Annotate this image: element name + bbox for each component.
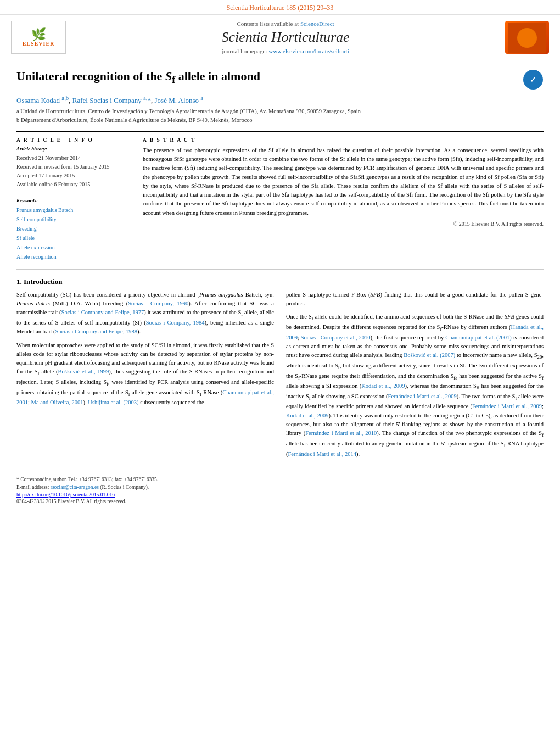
elsevier-icon: 🌿 — [31, 29, 46, 41]
journal-header-middle: Contents lists available at ScienceDirec… — [66, 20, 505, 54]
contents-available-line: Contents lists available at ScienceDirec… — [66, 20, 505, 27]
affiliation-1: a Unidad de Hortofruticultura, Centro de… — [16, 107, 544, 116]
available-date: Available online 6 February 2015 — [16, 180, 132, 189]
keywords-list: Prunus amygdalus Batsch Self-compatibili… — [16, 205, 132, 261]
corresponding-author-note: * Corresponding author. Tel.: +34 976716… — [16, 476, 544, 483]
affiliation-2: b Département d'Arboriculture, École Nat… — [16, 116, 544, 125]
keyword-6: Allele recognition — [16, 252, 132, 261]
ref-boskovic-2007[interactable]: Bošković et al. (2007) — [404, 352, 455, 358]
journal-title: Scientia Horticulturae — [66, 29, 505, 46]
abstract-section-label: A B S T R A C T — [143, 137, 544, 143]
journal-reference-bar: Scientia Horticulturae 185 (2015) 29–33 — [0, 0, 560, 15]
journal-logo — [505, 21, 549, 54]
received-revised-date: Received in revised form 15 January 2015 — [16, 163, 132, 171]
article-info-abstract-section: A R T I C L E I N F O Article history: R… — [16, 137, 544, 261]
intro-para-1: Self-compatibility (SC) has been conside… — [16, 291, 274, 337]
email-rest: (R. Socias i Company). — [100, 484, 149, 490]
rights-line: 0304-4238/© 2015 Elsevier B.V. All right… — [16, 499, 544, 504]
title-sf-italic: S — [165, 69, 172, 83]
elsevier-logo: 🌿 ELSEVIER — [11, 21, 66, 54]
ref-socias-1977[interactable]: Socias i Company and Felipe, 1977 — [61, 309, 144, 315]
title-pre: Unilateral recognition of the — [16, 69, 165, 83]
ref-socias-1990[interactable]: Socias i Company, 1990 — [128, 300, 188, 306]
email-label: E-mail address: — [16, 484, 49, 490]
article-info-section-label: A R T I C L E I N F O — [16, 137, 132, 143]
ref-socias-1984[interactable]: Socias i Company, 1984 — [146, 320, 205, 326]
crossmark-icon: ✓ — [523, 70, 543, 90]
email-note: E-mail address: rsocias@cita-aragon.es (… — [16, 483, 544, 491]
homepage-label: journal homepage: — [222, 48, 267, 54]
article-title: Unilateral recognition of the Sf allele … — [16, 69, 517, 86]
ref-fernandez-2010[interactable]: Fernández i Martí et al., 2010 — [305, 430, 377, 436]
intro-para-4: Once the Sf allele could be identified, … — [286, 313, 544, 459]
journal-ref-link[interactable]: Scientia Horticulturae 185 (2015) 29–33 — [227, 4, 334, 12]
journal-logo-image — [508, 23, 546, 53]
ref-socias-1988[interactable]: Socias i Company and Felipe, 1988 — [55, 328, 137, 334]
keywords-label: Keywords: — [16, 198, 132, 203]
author-socias[interactable]: Rafel Socias i Company a,* — [72, 96, 151, 104]
intro-heading: 1. Introduction — [16, 277, 544, 286]
intro-para-2: When molecular approaches were applied t… — [16, 341, 274, 408]
ref-kodad-2009b[interactable]: Kodad et al., 2009 — [286, 412, 328, 419]
ref-ushijima-2003[interactable]: Ushijima et al. (2003) — [88, 399, 138, 405]
sciencedirect-link[interactable]: ScienceDirect — [300, 20, 334, 27]
journal-header: 🌿 ELSEVIER Contents lists available at S… — [0, 15, 560, 59]
ref-channunt-2001-b[interactable]: Channuntapipat et al. (2001) — [445, 334, 512, 341]
doi-link[interactable]: http://dx.doi.org/10.1016/j.scienta.2015… — [16, 492, 115, 498]
ref-socias-2010[interactable]: Socias i Company et al., 2010 — [301, 334, 371, 341]
ref-fernandez-2009[interactable]: Fernández i Martí et al., 2009 — [388, 393, 457, 399]
article-title-row: Unilateral recognition of the Sf allele … — [16, 69, 544, 90]
keyword-2: Self-compatibility — [16, 215, 132, 224]
copyright-line: © 2015 Elsevier B.V. All rights reserved… — [143, 221, 544, 227]
ref-fernandez-2009b[interactable]: Fernández i Martí et al., 2009 — [472, 403, 542, 409]
contents-text: Contents lists available at — [237, 20, 299, 27]
homepage-line: journal homepage: www.elsevier.com/locat… — [66, 48, 505, 54]
article-history-label: Article history: — [16, 146, 132, 152]
article-info-col: A R T I C L E I N F O Article history: R… — [16, 137, 132, 261]
keyword-4: Sf allele — [16, 233, 132, 243]
keyword-1: Prunus amygdalus Batsch — [16, 205, 132, 215]
ref-fernandez-2014[interactable]: Fernández i Martí et al., 2014 — [288, 451, 357, 457]
received-date: Received 21 November 2014 — [16, 154, 132, 163]
crossmark-badge[interactable]: ✓ — [523, 69, 544, 90]
abstract-body-divider — [16, 269, 544, 270]
title-post: allele in almond — [175, 69, 260, 83]
abstract-col: A B S T R A C T The presence of two phen… — [143, 137, 544, 261]
keyword-3: Breeding — [16, 224, 132, 233]
author-kodad[interactable]: Ossama Kodad a,b — [16, 96, 69, 104]
main-content: Unilateral recognition of the Sf allele … — [0, 59, 560, 510]
doi-line: http://dx.doi.org/10.1016/j.scienta.2015… — [16, 492, 544, 498]
ref-ma-2001[interactable]: Ma and Oliveira, 2001 — [31, 399, 83, 405]
intro-para-3: pollen S haplotype termed F-Box (SFB) fi… — [286, 291, 544, 309]
article-history-text: Received 21 November 2014 Received in re… — [16, 154, 132, 189]
title-divider — [16, 131, 544, 132]
corresponding-text: * Corresponding author. Tel.: +34 976716… — [16, 477, 158, 482]
elsevier-wordmark: ELSEVIER — [23, 41, 55, 47]
affiliations: a Unidad de Hortofruticultura, Centro de… — [16, 107, 544, 125]
accepted-date: Accepted 17 January 2015 — [16, 171, 132, 180]
abstract-text: The presence of two phenotypic expressio… — [143, 146, 544, 217]
ref-kodad-2009[interactable]: Kodad et al., 2009 — [361, 383, 405, 389]
footnote-section: * Corresponding author. Tel.: +34 976716… — [16, 472, 544, 505]
email-link[interactable]: rsocias@cita-aragon.es — [51, 484, 99, 490]
intro-left-col: Self-compatibility (SC) has been conside… — [16, 291, 274, 463]
ref-boskovic-1999[interactable]: Bošković et al., 1999 — [58, 369, 109, 375]
keyword-5: Allele expression — [16, 243, 132, 252]
intro-right-col: pollen S haplotype termed F-Box (SFB) fi… — [286, 291, 544, 463]
introduction-section: 1. Introduction Self-compatibility (SC) … — [16, 277, 544, 463]
intro-body-cols: Self-compatibility (SC) has been conside… — [16, 291, 544, 463]
authors-line: Ossama Kodad a,b, Rafel Socias i Company… — [16, 94, 544, 105]
homepage-url[interactable]: www.elsevier.com/locate/scihorti — [268, 48, 349, 54]
author-alonso[interactable]: José M. Alonso a — [155, 96, 204, 104]
